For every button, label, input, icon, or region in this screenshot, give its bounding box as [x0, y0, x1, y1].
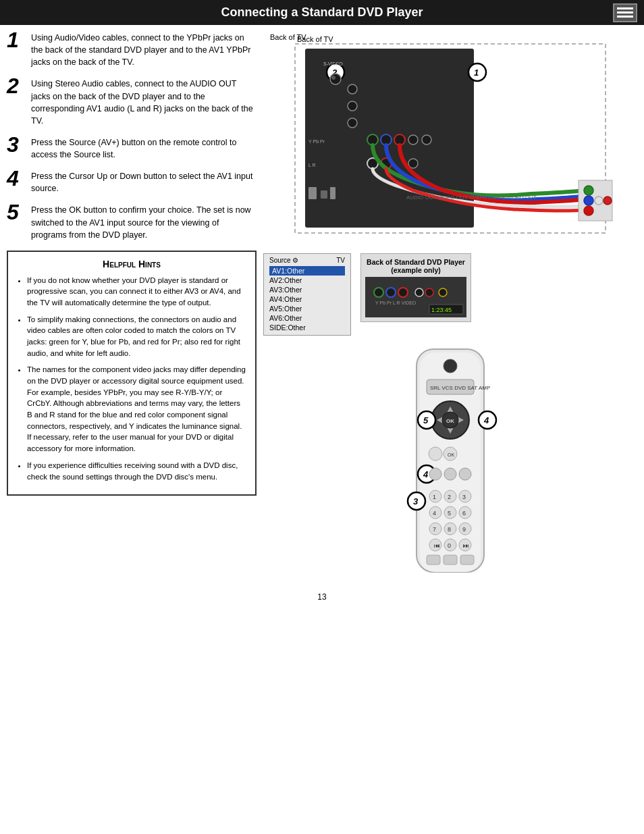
svg-point-59 — [429, 447, 442, 461]
svg-point-18 — [408, 135, 418, 145]
svg-rect-94 — [444, 555, 457, 565]
step-text: Using Audio/Video cables, connect to the… — [31, 32, 257, 68]
svg-text:5: 5 — [423, 415, 429, 425]
remote-area: SRL VCS DVD SAT AMP OK 5 — [263, 342, 637, 585]
hint-item: If you experience difficulties receiving… — [27, 460, 247, 482]
svg-text:⏭: ⏭ — [463, 542, 469, 549]
hint-item: The names for the component video jacks … — [27, 364, 247, 454]
svg-text:0: 0 — [448, 542, 451, 549]
step-text: Press the Source (AV+) button on the rem… — [31, 136, 257, 161]
svg-point-39 — [439, 288, 447, 296]
svg-point-10 — [348, 84, 357, 94]
dvd-back-image: Y Pb Pr L R VIDEO 1:23:45 — [365, 277, 466, 317]
back-of-tv-label: Back of TV — [270, 33, 306, 41]
svg-rect-93 — [427, 555, 440, 565]
svg-point-66 — [459, 468, 471, 480]
dvd-back-panel: Back of Standard DVD Player(example only… — [360, 253, 471, 322]
svg-point-35 — [386, 288, 396, 297]
svg-point-36 — [398, 288, 408, 297]
svg-text:3: 3 — [413, 496, 419, 506]
svg-point-28 — [595, 197, 603, 205]
svg-text:L  R: L R — [308, 163, 316, 167]
step-number: 2 — [7, 75, 26, 97]
source-menu-area: Source ⚙ TV AV1:OtherAV2:OtherAV3:OtherA… — [263, 253, 637, 336]
step-number: 4 — [7, 167, 26, 189]
svg-rect-23 — [330, 187, 336, 199]
svg-text:4: 4 — [483, 415, 489, 425]
svg-point-27 — [584, 206, 593, 215]
step-item: 2 Using Stereo Audio cables, connect to … — [7, 78, 257, 127]
svg-point-9 — [331, 76, 336, 80]
page-title: Connecting a Standard DVD Player — [221, 5, 423, 19]
svg-text:S-VIDEO: S-VIDEO — [323, 61, 343, 66]
source-menu: Source ⚙ TV AV1:OtherAV2:OtherAV3:OtherA… — [263, 253, 351, 336]
svg-point-19 — [422, 135, 431, 145]
tv-label: TV — [336, 257, 345, 264]
hint-item: If you do not know whether your DVD play… — [27, 275, 247, 309]
svg-point-29 — [603, 197, 612, 205]
menu-items-container: AV1:OtherAV2:OtherAV3:OtherAV4:OtherAV5:… — [269, 266, 345, 332]
step-text: Using Stereo Audio cables, connect to th… — [31, 78, 257, 127]
svg-text:1: 1 — [433, 494, 436, 500]
left-column: 1 Using Audio/Video cables, connect to t… — [7, 32, 257, 585]
right-column: Back of TV Back of TV 1 2 S-VIDEO — [257, 32, 637, 585]
page-number: 13 — [0, 592, 644, 608]
step-item: 1 Using Audio/Video cables, connect to t… — [7, 32, 257, 68]
svg-point-20 — [408, 159, 418, 168]
step-item: 5 Press the OK button to confirm your ch… — [7, 204, 257, 240]
svg-rect-21 — [308, 187, 317, 199]
svg-point-38 — [425, 288, 433, 296]
svg-text:⏮: ⏮ — [434, 542, 440, 549]
svg-rect-95 — [460, 555, 474, 565]
hints-list: If you do not know whether your DVD play… — [16, 275, 247, 482]
svg-point-11 — [348, 101, 357, 111]
svg-text:1:23:45: 1:23:45 — [431, 307, 452, 313]
step-text: Press the OK button to confirm your choi… — [31, 204, 257, 240]
svg-text:1: 1 — [474, 68, 479, 78]
source-menu-item[interactable]: AV3:Other — [269, 285, 345, 294]
step-item: 4 Press the Cursor Up or Down button to … — [7, 170, 257, 194]
svg-point-65 — [444, 468, 456, 480]
source-menu-item[interactable]: SIDE:Other — [269, 323, 345, 332]
page-header: Connecting a Standard DVD Player — [0, 0, 644, 25]
svg-rect-22 — [321, 190, 327, 199]
source-menu-item[interactable]: AV1:Other — [269, 266, 345, 276]
remote-illustration: SRL VCS DVD SAT AMP OK 5 — [383, 342, 518, 585]
hint-item: To simplify making connections, the conn… — [27, 314, 247, 359]
svg-text:5: 5 — [448, 510, 451, 517]
step-item: 3 Press the Source (AV+) button on the r… — [7, 136, 257, 161]
svg-text:2: 2 — [448, 494, 451, 500]
dvd-back-svg: Y Pb Pr L R VIDEO 1:23:45 — [365, 279, 466, 316]
svg-point-8 — [330, 74, 341, 84]
svg-point-45 — [444, 359, 457, 373]
svg-text:OK: OK — [448, 452, 454, 457]
steps-container: 1 Using Audio/Video cables, connect to t… — [7, 32, 257, 241]
svg-text:6: 6 — [462, 510, 466, 517]
menu-icon — [613, 3, 637, 22]
source-menu-item[interactable]: AV6:Other — [269, 313, 345, 323]
svg-text:SRL  VCS  DVD  SAT  AMP: SRL VCS DVD SAT AMP — [430, 385, 490, 391]
dvd-back-title: Back of Standard DVD Player(example only… — [365, 258, 466, 274]
svg-point-26 — [584, 196, 593, 205]
source-menu-item[interactable]: AV2:Other — [269, 276, 345, 285]
svg-text:Y   Pb  Pr    L    R   VIDEO: Y Pb Pr L R VIDEO — [375, 301, 417, 305]
step-number: 5 — [7, 201, 26, 223]
hints-title: Helpful Hints — [16, 259, 247, 269]
source-menu-item[interactable]: AV5:Other — [269, 304, 345, 313]
svg-text:8: 8 — [448, 526, 451, 533]
tv-back-illustration: Back of TV 1 2 S-VIDEO — [263, 32, 637, 248]
svg-text:4: 4 — [423, 469, 429, 479]
svg-text:3: 3 — [462, 494, 466, 500]
tv-back-area: Back of TV Back of TV 1 2 S-VIDEO — [263, 32, 637, 248]
hints-box: Helpful Hints If you do not know whether… — [7, 251, 257, 496]
source-menu-item[interactable]: AV4:Other — [269, 294, 345, 304]
svg-point-12 — [348, 118, 357, 128]
step-number: 3 — [7, 134, 26, 155]
svg-text:9: 9 — [462, 526, 466, 533]
source-menu-header: Source ⚙ TV — [269, 257, 345, 264]
svg-text:7: 7 — [433, 526, 436, 533]
svg-text:4: 4 — [433, 510, 436, 517]
source-label: Source ⚙ — [269, 257, 298, 264]
main-content: 1 Using Audio/Video cables, connect to t… — [0, 32, 644, 585]
svg-point-34 — [374, 288, 383, 297]
